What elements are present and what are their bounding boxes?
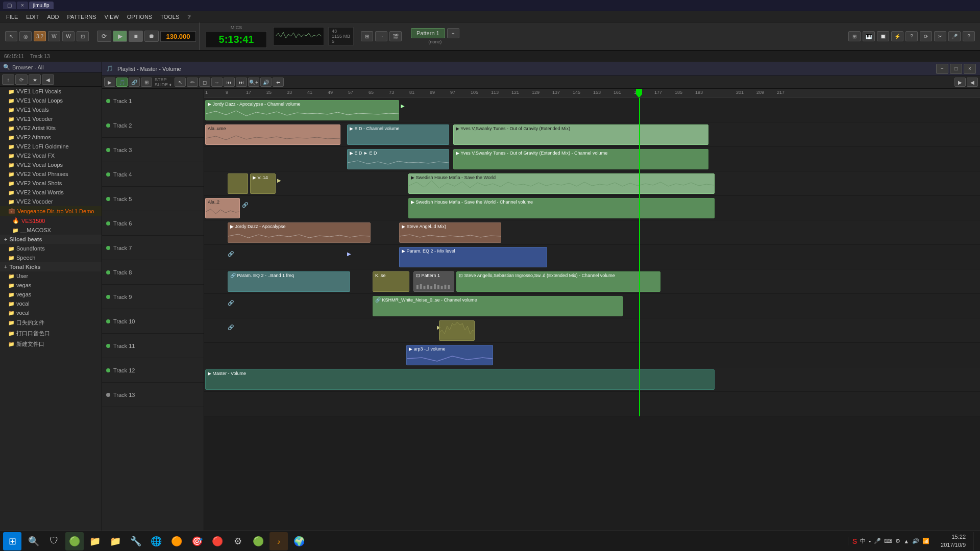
tool-collapse[interactable]: ◀ (967, 78, 978, 87)
sidebar-item-new-folder[interactable]: 📁新建文件口 (0, 339, 102, 349)
sidebar-up[interactable]: ↑ (2, 74, 14, 85)
tool-mic[interactable]: 🎤 (948, 31, 961, 41)
sidebar-item-vve2-vocalwords[interactable]: 📁VVE2 Vocal Words (0, 188, 102, 197)
tab-close-icon[interactable]: × (17, 2, 28, 9)
sidebar-item-ves1500[interactable]: 🔥VES1500 (0, 216, 102, 226)
btn-record-rewind[interactable]: ⟳ (97, 31, 111, 42)
track-row-3[interactable]: ▶ E D ► E D ▶ Yves V,Swanky Tunes - Out … (204, 147, 980, 171)
menu-edit[interactable]: EDIT (22, 13, 43, 21)
tray-expand-icon[interactable]: ▲ (903, 538, 909, 544)
track-row-8[interactable]: 🔗 Param. EQ 2 - ..Band 1 freq K..se ⊡ Pa… (204, 269, 980, 294)
sidebar-item-vve1-vocoder[interactable]: 📁VVE1 Vocoder (0, 114, 102, 123)
tab-minimize-icon[interactable]: ▢ (3, 2, 16, 9)
track-row-4[interactable]: ▶ V..14 ▶ ▶ Swedish House Mafia - Save t… (204, 171, 980, 196)
tool-snap[interactable]: ⊡ (77, 31, 89, 41)
tool-link[interactable]: 🔗 (129, 78, 140, 87)
sidebar-item-vve2-lofigoldmine[interactable]: 📁VVE2 LoFi Goldmine (0, 142, 102, 151)
tool-w2[interactable]: W (62, 31, 75, 41)
track-row-9[interactable]: 🔗 🔗 KSHMR_White_Noise_0..se - Channel vo… (204, 294, 980, 318)
sidebar-item-audio-color[interactable]: 📁打口口音色口 (0, 328, 102, 339)
clip-v14-a[interactable] (228, 173, 248, 194)
sidebar-item-vve2-vocalloops[interactable]: 📁VVE2 Vocal Loops (0, 160, 102, 169)
tool-plugin[interactable]: ⚡ (891, 31, 903, 41)
sidebar-item-vve2-vocalfx[interactable]: 📁VVE2 Vocal FX (0, 151, 102, 160)
tray-s-icon[interactable]: S (852, 537, 857, 545)
sidebar-section-tonalkicks[interactable]: + Tonal Kicks (0, 262, 102, 271)
btn-stop[interactable]: ■ (129, 31, 143, 42)
sidebar-item-vve1-vocloops[interactable]: 📁VVE1 Vocal Loops (0, 96, 102, 105)
tool-refresh[interactable]: ⟳ (920, 31, 932, 41)
sidebar-item-vve2-vocalphrases[interactable]: 📁VVE2 Vocal Phrases (0, 169, 102, 179)
tool-counter[interactable]: 3.2 (34, 31, 46, 41)
tool-zoom-in[interactable]: 🔍+ (248, 78, 259, 87)
taskbar-icon-red[interactable]: 🔴 (208, 532, 227, 550)
taskbar-icon-search[interactable]: 🔍 (24, 532, 43, 550)
track-row-10[interactable]: 🔗 ▶ (204, 318, 980, 343)
sidebar-item-vengeance[interactable]: 💼Vengeance Dir..tro Vol.1 Demo (0, 206, 102, 216)
track-row-7[interactable]: 🔗 ▶ ▶ Param. EQ 2 - Mix level (204, 245, 980, 269)
menu-tools[interactable]: TOOLS (156, 13, 183, 21)
playlist-minimize[interactable]: − (936, 64, 948, 74)
tool-w[interactable]: W (48, 31, 60, 41)
sidebar-add-fav[interactable]: ★ (29, 74, 41, 85)
sidebar-item-soundfonts[interactable]: 📁Soundfonts (0, 244, 102, 253)
tray-volume-icon[interactable]: 🔊 (912, 538, 919, 544)
sidebar-collapse[interactable]: ◀ (42, 74, 54, 85)
tool-grid[interactable]: ⊞ (141, 78, 152, 87)
sidebar-item-vve1-lofivocals[interactable]: 📁VVE1 LoFi Vocals (0, 87, 102, 96)
track-row-5[interactable]: Ala..2 🔗 ▶ Swedish House Mafia - Save th… (204, 196, 980, 220)
clip-track10-wav[interactable] (439, 320, 475, 341)
tool-browser2[interactable]: 🔲 (877, 31, 889, 41)
sidebar-item-vegas2[interactable]: 📁vegas (0, 290, 102, 299)
sidebar-item-macosx[interactable]: 📁__MACOSX (0, 226, 102, 235)
taskbar-icon-folder2[interactable]: 📁 (106, 532, 125, 550)
menu-help[interactable]: ? (183, 13, 194, 21)
clip-kse[interactable]: K..se (373, 271, 409, 292)
btn-pause[interactable]: ⏺ (144, 31, 159, 42)
sidebar-item-vve2-athmos[interactable]: 📁VVE2 Athmos (0, 133, 102, 142)
pattern-button[interactable]: Pattern 1 (411, 28, 445, 38)
clip-ed-ed[interactable]: ▶ E D ► E D (347, 149, 449, 169)
clip-arp3[interactable]: ▶ arp3 -..l volume (406, 345, 493, 365)
tray-keyboard-icon[interactable]: ⌨ (884, 538, 892, 544)
tool-eraser[interactable]: ◻ (199, 78, 210, 87)
clip-master-volume[interactable]: ▶ Master - Volume (205, 369, 715, 390)
track-row-13[interactable] (204, 392, 980, 416)
track-row-11[interactable]: ▶ arp3 -..l volume (204, 343, 980, 367)
tool-question[interactable]: ? (963, 31, 975, 41)
pattern-add[interactable]: + (447, 28, 459, 38)
clip-ala-ume[interactable]: Ala..ume (205, 124, 340, 145)
sidebar-item-vve2-vocoder[interactable]: 📁VVE2 Vocoder (0, 197, 102, 206)
tool-pencil[interactable]: ✏ (187, 78, 198, 87)
btn-play[interactable]: ▶ (113, 31, 127, 42)
track-row-12[interactable]: ▶ Master - Volume (204, 367, 980, 392)
taskbar-icon-target[interactable]: 🎯 (188, 532, 206, 550)
timeline-area[interactable]: 1 9 17 25 33 41 49 57 65 73 81 89 97 105… (204, 89, 980, 547)
playlist-header-icon[interactable]: 🎵 (106, 65, 113, 72)
taskbar-icon-settings[interactable]: ⚙ (229, 532, 247, 550)
tool-clip[interactable]: 🎬 (389, 31, 402, 41)
sidebar-item-lost-files[interactable]: 📁口失的文件 (0, 317, 102, 328)
menu-add[interactable]: ADD (43, 13, 63, 21)
sidebar-refresh[interactable]: ⟳ (15, 74, 28, 85)
tool-select[interactable]: ↖ (5, 31, 17, 41)
sidebar-item-vve2-artistkits[interactable]: 📁VVE2 Artist Kits (0, 123, 102, 133)
tool-pattern-icon[interactable]: 🎵 (116, 78, 128, 87)
taskbar-icon-snake[interactable]: 🟢 (65, 532, 84, 550)
taskbar-icon-globe[interactable]: 🌐 (147, 532, 165, 550)
tool-snap2[interactable]: ⊞ (361, 31, 373, 41)
clip-param-eq2[interactable]: ▶ Param. EQ 2 - Mix level (399, 247, 547, 267)
track-row-2[interactable]: Ala..ume ▶ E D - Channel volume ▶ Yves V… (204, 122, 980, 147)
menu-options[interactable]: OPTIONS (123, 13, 157, 21)
clip-ala2[interactable]: Ala..2 (205, 198, 240, 218)
tray-zh-icon[interactable]: 中 (860, 537, 866, 545)
tool-arrow[interactable]: → (375, 31, 387, 41)
playlist-close[interactable]: × (964, 64, 976, 74)
tool-prev-pattern[interactable]: ▶ (104, 78, 115, 87)
tab-filename[interactable]: jimu.flp (29, 2, 54, 9)
sidebar-item-vegas1[interactable]: 📁vegas (0, 281, 102, 290)
clip-jordy-dazz-apocalypse[interactable]: ▶ Jordy Dazz - Apocalypse - Channel volu… (205, 100, 399, 120)
sidebar-section-slicedbeats[interactable]: + Sliced beats (0, 235, 102, 244)
clip-swedish-save[interactable]: ▶ Swedish House Mafia - Save the World (408, 173, 715, 194)
taskbar-icon-wrench[interactable]: 🔧 (127, 532, 145, 550)
